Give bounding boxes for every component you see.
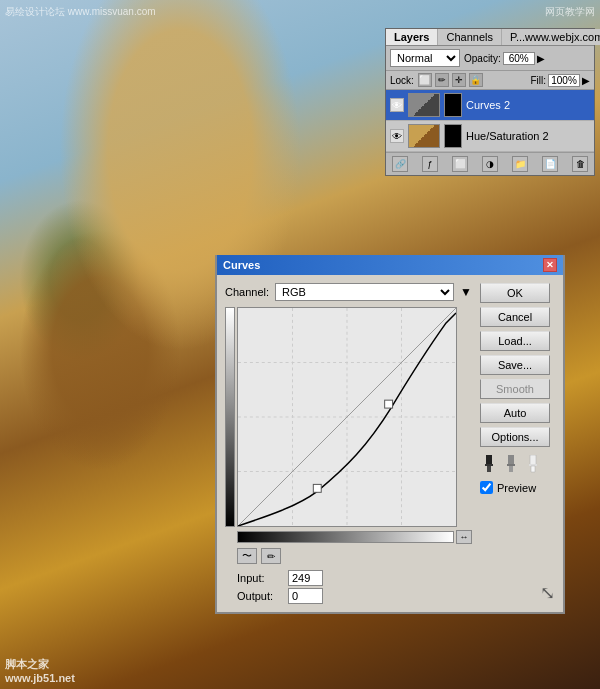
curves-wrapper bbox=[225, 307, 472, 527]
layer-name-curves2: Curves 2 bbox=[466, 99, 590, 111]
channel-select[interactable]: RGB bbox=[275, 283, 454, 301]
gray-eyedropper-btn[interactable] bbox=[502, 455, 520, 473]
save-button[interactable]: Save... bbox=[480, 355, 550, 375]
watermark-foot-label: 脚本之家 bbox=[5, 658, 49, 670]
layers-lock-row: Lock: ⬜ ✏ ✛ 🔒 Fill: ▶ bbox=[386, 71, 594, 90]
curves-dialog: Curves ✕ Channel: RGB ▼ bbox=[215, 255, 565, 614]
output-row: Output: bbox=[237, 588, 472, 604]
pencil-curve-btn[interactable]: ✏ bbox=[261, 548, 281, 564]
link-layers-btn[interactable]: 🔗 bbox=[392, 156, 408, 172]
side-gradient bbox=[225, 307, 235, 527]
lock-label: Lock: bbox=[390, 75, 414, 86]
preview-label: Preview bbox=[497, 482, 536, 494]
lock-paint-icon[interactable]: ✏ bbox=[435, 73, 449, 87]
curves-body: Channel: RGB ▼ bbox=[217, 275, 563, 612]
smooth-button[interactable]: Smooth bbox=[480, 379, 550, 399]
svg-rect-14 bbox=[530, 455, 536, 465]
curves-close-btn[interactable]: ✕ bbox=[543, 258, 557, 272]
fill-arrow[interactable]: ▶ bbox=[582, 75, 590, 86]
watermark-top-right: 网页教学网 bbox=[545, 5, 595, 19]
layer-eye-curves2[interactable]: 👁 bbox=[390, 98, 404, 112]
curves-titlebar: Curves ✕ bbox=[217, 255, 563, 275]
svg-rect-13 bbox=[507, 464, 515, 466]
resize-icon: ⤡ bbox=[480, 582, 555, 604]
layer-thumb-huesat bbox=[408, 124, 440, 148]
layers-tabs: Layers Channels P...www.webjx.com bbox=[386, 29, 594, 46]
layer-bottom-icons: 🔗 ƒ ⬜ ◑ 📁 📄 🗑 bbox=[386, 152, 594, 175]
input-value[interactable] bbox=[288, 570, 323, 586]
svg-rect-15 bbox=[529, 464, 537, 466]
curves-title: Curves bbox=[223, 259, 260, 271]
opacity-row: Opacity: ▶ bbox=[464, 52, 545, 65]
smooth-curve-btn[interactable]: 〜 bbox=[237, 548, 257, 564]
opacity-arrow[interactable]: ▶ bbox=[537, 53, 545, 64]
curves-right-buttons: OK Cancel Load... Save... Smooth Auto Op… bbox=[480, 283, 555, 604]
load-button[interactable]: Load... bbox=[480, 331, 550, 351]
svg-rect-10 bbox=[486, 455, 492, 465]
lock-icons: ⬜ ✏ ✛ 🔒 bbox=[418, 73, 483, 87]
new-group-btn[interactable]: 📁 bbox=[512, 156, 528, 172]
svg-rect-11 bbox=[485, 464, 493, 466]
layer-thumb-curves2 bbox=[408, 93, 440, 117]
ok-button[interactable]: OK bbox=[480, 283, 550, 303]
lock-transparent-icon[interactable]: ⬜ bbox=[418, 73, 432, 87]
layers-panel: Layers Channels P...www.webjx.com Normal… bbox=[385, 28, 595, 176]
watermark-url: www.jb51.net bbox=[5, 672, 75, 684]
add-mask-btn[interactable]: ⬜ bbox=[452, 156, 468, 172]
opacity-label: Opacity: bbox=[464, 53, 501, 64]
curves-area[interactable] bbox=[237, 307, 457, 527]
layer-mask-curves2 bbox=[444, 93, 462, 117]
lock-move-icon[interactable]: ✛ bbox=[452, 73, 466, 87]
layer-mask-huesat bbox=[444, 124, 462, 148]
add-style-btn[interactable]: ƒ bbox=[422, 156, 438, 172]
watermark-bottom-left: 脚本之家 www.jb51.net bbox=[5, 657, 75, 684]
svg-rect-12 bbox=[508, 455, 514, 465]
eyedropper-row bbox=[480, 455, 555, 473]
layer-row-curves2[interactable]: 👁 Curves 2 bbox=[386, 90, 594, 121]
blend-mode-select[interactable]: Normal bbox=[390, 49, 460, 67]
svg-rect-8 bbox=[385, 400, 393, 408]
tab-layers[interactable]: Layers bbox=[386, 29, 438, 45]
delete-layer-btn[interactable]: 🗑 bbox=[572, 156, 588, 172]
options-button[interactable]: Options... bbox=[480, 427, 550, 447]
layer-row-huesat[interactable]: 👁 Hue/Saturation 2 bbox=[386, 121, 594, 152]
new-adj-layer-btn[interactable]: ◑ bbox=[482, 156, 498, 172]
output-label: Output: bbox=[237, 590, 282, 602]
channel-label: Channel: bbox=[225, 286, 269, 298]
fill-row: Fill: ▶ bbox=[530, 74, 590, 87]
input-gradient-bar bbox=[237, 531, 454, 543]
watermark-top-left: 易绘设计论坛 www.missvuan.com bbox=[5, 5, 156, 19]
auto-button[interactable]: Auto bbox=[480, 403, 550, 423]
fill-label: Fill: bbox=[530, 75, 546, 86]
channel-arrow[interactable]: ▼ bbox=[460, 285, 472, 299]
fill-input[interactable] bbox=[548, 74, 580, 87]
layers-controls-row: Normal Opacity: ▶ bbox=[386, 46, 594, 71]
input-label: Input: bbox=[237, 572, 282, 584]
white-eyedropper-btn[interactable] bbox=[524, 455, 542, 473]
preview-checkbox[interactable] bbox=[480, 481, 493, 494]
new-layer-btn[interactable]: 📄 bbox=[542, 156, 558, 172]
svg-rect-9 bbox=[313, 484, 321, 492]
gradient-bar-row: ↔ bbox=[237, 530, 472, 544]
lock-all-icon[interactable]: 🔒 bbox=[469, 73, 483, 87]
black-eyedropper-btn[interactable] bbox=[480, 455, 498, 473]
channel-row: Channel: RGB ▼ bbox=[225, 283, 472, 301]
curves-left-panel: Channel: RGB ▼ bbox=[225, 283, 472, 604]
layer-name-huesat: Hue/Saturation 2 bbox=[466, 130, 590, 142]
input-row: Input: bbox=[237, 570, 472, 586]
layer-eye-huesat[interactable]: 👁 bbox=[390, 129, 404, 143]
cancel-button[interactable]: Cancel bbox=[480, 307, 550, 327]
output-value[interactable] bbox=[288, 588, 323, 604]
gradient-expand-btn[interactable]: ↔ bbox=[456, 530, 472, 544]
tab-channels[interactable]: Channels bbox=[438, 29, 501, 45]
curves-grid-svg bbox=[238, 308, 456, 526]
curve-tools-row: 〜 ✏ bbox=[237, 548, 472, 564]
tab-paths[interactable]: P...www.webjx.com bbox=[502, 29, 600, 45]
preview-row: Preview bbox=[480, 481, 555, 494]
opacity-input[interactable] bbox=[503, 52, 535, 65]
